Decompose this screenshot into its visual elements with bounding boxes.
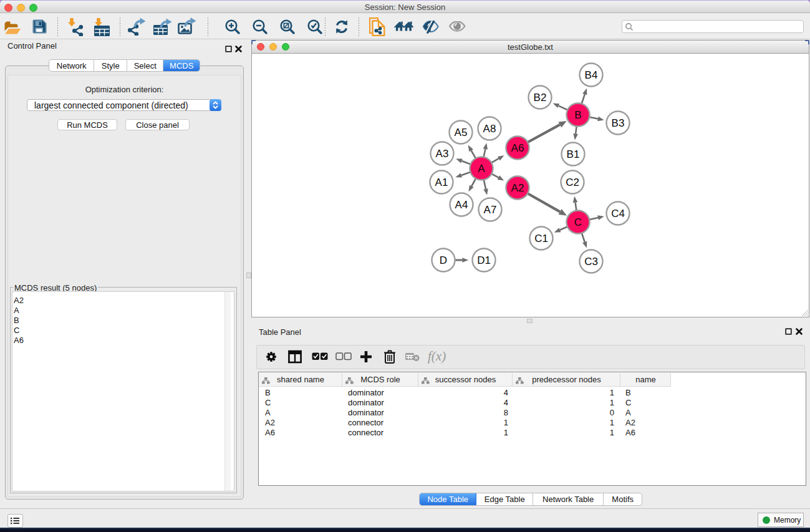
- svg-text:A3: A3: [436, 148, 449, 160]
- svg-text:B3: B3: [612, 117, 625, 129]
- svg-text:B: B: [574, 109, 581, 121]
- svg-text:A: A: [478, 163, 485, 175]
- svg-text:C4: C4: [611, 208, 625, 220]
- svg-text:B2: B2: [534, 92, 547, 104]
- svg-text:A5: A5: [455, 127, 468, 138]
- svg-text:C1: C1: [534, 233, 548, 244]
- svg-text:B4: B4: [585, 69, 598, 81]
- svg-text:A4: A4: [455, 199, 468, 211]
- svg-text:C2: C2: [566, 177, 579, 188]
- svg-text:D: D: [440, 254, 447, 266]
- svg-text:C: C: [574, 216, 582, 228]
- svg-text:A7: A7: [484, 204, 497, 216]
- svg-text:A2: A2: [511, 182, 524, 194]
- svg-text:A1: A1: [435, 177, 448, 188]
- svg-text:A6: A6: [511, 142, 524, 154]
- svg-text:A8: A8: [483, 123, 496, 135]
- svg-text:B1: B1: [567, 148, 580, 160]
- svg-text:C3: C3: [584, 256, 598, 268]
- svg-text:D1: D1: [477, 254, 491, 266]
